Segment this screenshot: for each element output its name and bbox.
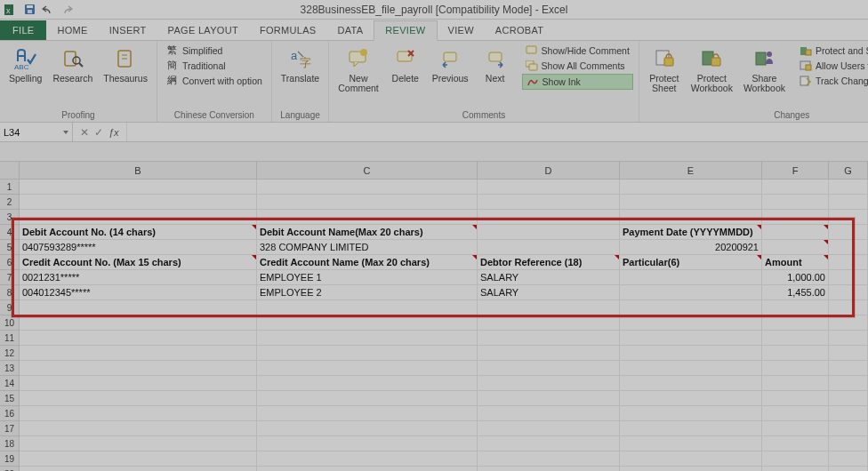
cells-region[interactable]: Debit Account No. (14 chars) Debit Accou… <box>20 180 868 471</box>
tab-file[interactable]: FILE <box>0 20 46 40</box>
protect-share-button[interactable]: Protect and Share Workbook <box>796 44 868 58</box>
row-header-4[interactable]: 4 <box>0 225 20 240</box>
cell-B5[interactable]: 0407593289***** <box>20 240 257 255</box>
translate-button[interactable]: a字 Translate <box>277 44 323 85</box>
delete-comment-button[interactable]: Delete <box>386 44 425 85</box>
tab-page-layout[interactable]: PAGE LAYOUT <box>157 21 249 40</box>
cell-B8[interactable]: 004012345***** <box>20 285 257 300</box>
cell-F8[interactable]: 1,455.00 <box>762 285 829 300</box>
cell-F5[interactable] <box>762 240 829 255</box>
thesaurus-button[interactable]: Thesaurus <box>100 44 151 85</box>
svg-text:字: 字 <box>300 56 311 69</box>
col-header-B[interactable]: B <box>20 162 257 180</box>
row-header-5[interactable]: 5 <box>0 240 20 255</box>
formula-bar: L34 ✕ ✓ ƒx <box>0 123 868 142</box>
redo-icon[interactable] <box>60 3 74 17</box>
protect-sheet-button[interactable]: Protect Sheet <box>645 44 684 95</box>
formula-enter-icon[interactable]: ✓ <box>94 126 103 139</box>
row-header-9[interactable]: 9 <box>0 300 20 315</box>
cell-E6[interactable]: Particular(6) <box>620 255 762 270</box>
fx-label[interactable]: ƒx <box>108 127 119 138</box>
select-all-corner[interactable] <box>0 162 20 180</box>
tab-formulas[interactable]: FORMULAS <box>249 21 327 40</box>
cell-C4[interactable]: Debit Account Name(Max 20 chars) <box>257 225 478 240</box>
row-header-13[interactable]: 13 <box>0 361 20 376</box>
next-comment-button[interactable]: Next <box>476 44 515 85</box>
cell-D7[interactable]: SALARY <box>478 270 620 285</box>
cell-E7[interactable] <box>620 270 762 285</box>
name-box[interactable]: L34 <box>0 123 73 141</box>
simplified-button[interactable]: 繁Simplified <box>163 44 266 58</box>
tab-insert[interactable]: INSERT <box>99 21 157 40</box>
undo-icon[interactable] <box>41 3 55 17</box>
cell-B7[interactable]: 0021231***** <box>20 270 257 285</box>
allow-ranges-button[interactable]: Allow Users to Edit Ranges <box>796 59 868 73</box>
row-header-19[interactable]: 19 <box>0 451 20 467</box>
cell-F6[interactable]: Amount <box>762 255 829 270</box>
row-header-3[interactable]: 3 <box>0 210 20 225</box>
row-header-6[interactable]: 6 <box>0 255 20 270</box>
show-ink-button[interactable]: Show Ink <box>522 74 633 90</box>
cell-D4[interactable] <box>478 225 620 240</box>
showall-comments-button[interactable]: Show All Comments <box>522 59 633 73</box>
cell-E5[interactable]: 20200921 <box>620 240 762 255</box>
convert-option-button[interactable]: 䋞Convert with option <box>163 74 266 88</box>
showall-label: Show All Comments <box>542 60 625 71</box>
row-header-16[interactable]: 16 <box>0 406 20 421</box>
traditional-button[interactable]: 簡Traditional <box>163 59 266 73</box>
research-button[interactable]: Research <box>49 44 96 85</box>
cell-D5[interactable] <box>478 240 620 255</box>
row-header-18[interactable]: 18 <box>0 436 20 451</box>
new-comment-button[interactable]: New Comment <box>334 44 382 95</box>
cell-F7[interactable]: 1,000.00 <box>762 270 829 285</box>
protect-sheet-label: Protect Sheet <box>649 74 679 93</box>
row-header-17[interactable]: 17 <box>0 421 20 436</box>
col-header-C[interactable]: C <box>257 162 478 180</box>
cell-E4[interactable]: Payment Date (YYYYMMDD) <box>620 225 762 240</box>
cell-F4[interactable] <box>762 225 829 240</box>
formula-input[interactable] <box>127 123 868 141</box>
cell-B6[interactable]: Credit Account No. (Max 15 chars) <box>20 255 257 270</box>
showhide-comment-button[interactable]: Show/Hide Comment <box>522 44 633 58</box>
row-header-10[interactable]: 10 <box>0 315 20 331</box>
tab-acrobat[interactable]: ACROBAT <box>485 21 554 40</box>
row-header-12[interactable]: 12 <box>0 346 20 361</box>
row-header-15[interactable]: 15 <box>0 391 20 406</box>
svg-point-7 <box>73 57 80 64</box>
row-header-8[interactable]: 8 <box>0 285 20 300</box>
row-header-7[interactable]: 7 <box>0 270 20 285</box>
share-workbook-button[interactable]: Share Workbook <box>740 44 789 95</box>
cell-C7[interactable]: EMPLOYEE 1 <box>257 270 478 285</box>
tab-view[interactable]: VIEW <box>438 21 485 40</box>
svg-text:ABC: ABC <box>14 63 29 70</box>
cell-B4[interactable]: Debit Account No. (14 chars) <box>20 225 257 240</box>
spreadsheet-grid[interactable]: BCDEFG 123456789101112131415161718192021… <box>0 162 868 471</box>
previous-comment-button[interactable]: Previous <box>429 44 472 85</box>
convert-icon: 䋞 <box>166 75 179 87</box>
cell-C6[interactable]: Credit Account Name (Max 20 chars) <box>257 255 478 270</box>
row-header-11[interactable]: 11 <box>0 331 20 346</box>
track-changes-button[interactable]: Track Changes▾ <box>796 74 868 88</box>
cell-D8[interactable]: SALARY <box>478 285 620 300</box>
cell-C8[interactable]: EMPLOYEE 2 <box>257 285 478 300</box>
showhide-label: Show/Hide Comment <box>542 45 630 56</box>
col-header-D[interactable]: D <box>478 162 620 180</box>
cell-E8[interactable] <box>620 285 762 300</box>
formula-cancel-icon[interactable]: ✕ <box>80 126 89 139</box>
col-header-E[interactable]: E <box>620 162 762 180</box>
cell-C5[interactable]: 328 COMPANY LIMITED <box>257 240 478 255</box>
tab-data[interactable]: DATA <box>326 21 374 40</box>
col-header-F[interactable]: F <box>762 162 829 180</box>
col-header-G[interactable]: G <box>829 162 868 180</box>
row-header-14[interactable]: 14 <box>0 376 20 391</box>
tab-review[interactable]: REVIEW <box>374 20 437 41</box>
row-header-1[interactable]: 1 <box>0 180 20 195</box>
protect-workbook-button[interactable]: Protect Workbook <box>687 44 736 95</box>
cell-D6[interactable]: Debtor Reference (18) <box>478 255 620 270</box>
spelling-button[interactable]: ABC Spelling <box>5 44 45 85</box>
row-header-20[interactable]: 20 <box>0 467 20 471</box>
save-icon[interactable] <box>22 3 36 17</box>
group-proofing-label: Proofing <box>5 109 151 120</box>
tab-home[interactable]: HOME <box>46 21 98 40</box>
row-header-2[interactable]: 2 <box>0 195 20 210</box>
